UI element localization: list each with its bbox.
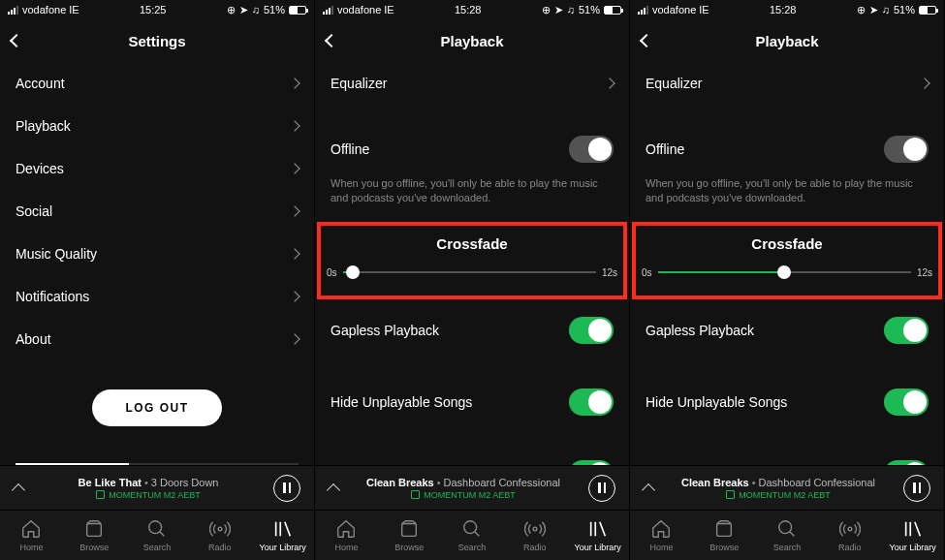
tab-search[interactable]: Search (126, 511, 189, 560)
home-icon (20, 518, 42, 540)
tab-radio[interactable]: Radio (818, 511, 881, 560)
signal-icon (638, 6, 648, 15)
screen-playback-a: vodafone IE 15:28 ⊕ ➤ ♫ 51% Playback Equ… (315, 0, 630, 560)
back-button[interactable] (12, 19, 21, 62)
row-devices[interactable]: Devices (0, 147, 314, 190)
radio-icon (839, 518, 861, 540)
battery-pct: 51% (579, 4, 600, 16)
status-time: 15:28 (770, 4, 797, 16)
offline-subtext: When you go offline, you'll only be able… (630, 176, 944, 218)
row-music-quality[interactable]: Music Quality (0, 233, 314, 275)
row-account[interactable]: Account (0, 62, 314, 105)
now-playing-bar[interactable]: Clean Breaks•Dashboard Confessional MOME… (630, 465, 944, 510)
svg-point-5 (533, 527, 537, 531)
crossfade-section-highlight: Crossfade 0s 12s (632, 222, 942, 299)
row-offline: Offline (630, 122, 944, 176)
slider-max: 12s (917, 267, 932, 278)
playback-content: Equalizer Offline When you go offline, y… (315, 62, 629, 465)
now-playing-title: Clean Breaks•Dashboard Confessional (338, 477, 588, 488)
slider-min: 0s (327, 267, 337, 278)
row-playback[interactable]: Playback (0, 105, 314, 147)
tab-radio[interactable]: Radio (503, 511, 566, 560)
row-equalizer[interactable]: Equalizer (630, 62, 944, 105)
chevron-right-icon (289, 120, 299, 131)
back-button[interactable] (642, 19, 651, 62)
tab-home[interactable]: Home (0, 511, 63, 560)
tab-your-library[interactable]: Your Library (566, 511, 629, 560)
carrier-text: vodafone IE (22, 4, 79, 16)
tab-your-library[interactable]: Your Library (881, 511, 944, 560)
toggle-hide-unplayable[interactable] (884, 389, 929, 416)
status-time: 15:28 (455, 4, 482, 16)
toggle-gapless[interactable] (884, 317, 929, 344)
headphones-icon: ♫ (882, 4, 890, 16)
browse-icon (713, 518, 735, 540)
row-audio-normalization: Enable Audio Normalization (315, 447, 629, 465)
row-gapless: Gapless Playback (630, 303, 944, 358)
tab-browse[interactable]: Browse (63, 511, 126, 560)
browse-icon (83, 518, 105, 540)
tab-bar: Home Browse Search Radio Your Library (0, 510, 314, 560)
signal-icon (8, 6, 18, 15)
svg-rect-3 (402, 524, 417, 537)
slider-track[interactable] (343, 271, 596, 273)
chevron-left-icon (325, 34, 338, 47)
alarm-icon: ⊕ (227, 4, 236, 16)
crossfade-slider[interactable]: 0s 12s (327, 267, 617, 278)
row-hide-unplayable: Hide Unplayable Songs (630, 375, 944, 429)
toggle-hide-unplayable[interactable] (569, 389, 614, 416)
alarm-icon: ⊕ (857, 4, 866, 16)
row-about[interactable]: About (0, 318, 314, 360)
svg-point-2 (218, 527, 222, 531)
row-hide-unplayable: Hide Unplayable Songs (315, 375, 629, 429)
now-playing-title: Be Like That•3 Doors Down (23, 477, 273, 488)
back-button[interactable] (327, 19, 336, 62)
toggle-offline[interactable] (569, 136, 614, 163)
pause-button[interactable] (588, 475, 615, 502)
screen-settings: vodafone IE 15:25 ⊕ ➤ ♫ 51% Settings Acc… (0, 0, 315, 560)
row-social[interactable]: Social (0, 190, 314, 233)
headphones-icon: ♫ (567, 4, 575, 16)
now-playing-bar[interactable]: Be Like That•3 Doors Down MOMENTUM M2 AE… (0, 465, 314, 510)
playback-content: Equalizer Offline When you go offline, y… (630, 62, 944, 465)
tab-browse[interactable]: Browse (378, 511, 441, 560)
pause-button[interactable] (273, 475, 300, 502)
row-equalizer[interactable]: Equalizer (315, 62, 629, 105)
search-icon (776, 518, 798, 540)
slider-thumb[interactable] (346, 265, 360, 279)
tab-browse[interactable]: Browse (693, 511, 756, 560)
tab-home[interactable]: Home (315, 511, 378, 560)
browse-icon (398, 518, 420, 540)
logout-button[interactable]: LOG OUT (92, 389, 221, 426)
status-bar: vodafone IE 15:25 ⊕ ➤ ♫ 51% (0, 0, 314, 19)
row-offline: Offline (315, 122, 629, 176)
row-notifications[interactable]: Notifications (0, 275, 314, 318)
chevron-left-icon (640, 34, 653, 47)
slider-track[interactable] (658, 271, 911, 273)
tab-search[interactable]: Search (441, 511, 504, 560)
status-bar: vodafone IE 15:28 ⊕ ➤ ♫ 51% (630, 0, 944, 19)
chevron-right-icon (289, 291, 299, 301)
tab-home[interactable]: Home (630, 511, 693, 560)
signal-icon (323, 6, 333, 15)
svg-point-8 (848, 527, 852, 531)
location-icon: ➤ (869, 4, 878, 16)
toggle-gapless[interactable] (569, 317, 614, 344)
now-playing-bar[interactable]: Clean Breaks•Dashboard Confessional MOME… (315, 465, 629, 510)
slider-min: 0s (642, 267, 652, 278)
tab-search[interactable]: Search (756, 511, 819, 560)
now-playing-title: Clean Breaks•Dashboard Confessional (653, 477, 903, 488)
slider-thumb[interactable] (777, 265, 791, 279)
pause-button[interactable] (903, 475, 930, 502)
page-title: Settings (128, 33, 185, 49)
crossfade-slider[interactable]: 0s 12s (642, 267, 932, 278)
headphones-icon: ♫ (252, 4, 260, 16)
settings-list: Account Playback Devices Social Music Qu… (0, 62, 314, 463)
crossfade-title: Crossfade (642, 235, 932, 252)
battery-icon (919, 6, 936, 15)
battery-icon (289, 6, 306, 15)
tab-radio[interactable]: Radio (188, 511, 251, 560)
tab-your-library[interactable]: Your Library (251, 511, 314, 560)
tab-bar: Home Browse Search Radio Your Library (315, 510, 629, 560)
toggle-offline[interactable] (884, 136, 929, 163)
